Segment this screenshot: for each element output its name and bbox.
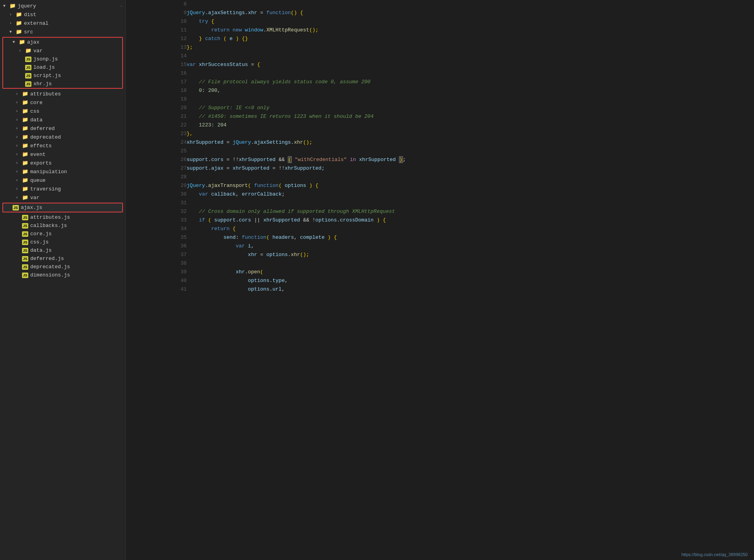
sidebar-item-label: script.js bbox=[33, 73, 61, 79]
line-code: jQuery.ajaxTransport( function( options … bbox=[187, 181, 754, 190]
sidebar-item-attributesjs[interactable]: › JS attributes.js bbox=[0, 213, 125, 221]
sidebar-item-label: effects bbox=[30, 143, 52, 149]
line-code: var callback, errorCallback; bbox=[187, 190, 754, 199]
table-row: 29 jQuery.ajaxTransport( function( optio… bbox=[126, 181, 754, 190]
sidebar-item-datajs[interactable]: › JS data.js bbox=[0, 246, 125, 254]
sidebar-item-core[interactable]: › 📁 core bbox=[0, 98, 125, 107]
line-code bbox=[187, 173, 754, 181]
line-code bbox=[187, 0, 754, 9]
sidebar-item-xhr[interactable]: › JS xhr.js bbox=[3, 80, 122, 88]
sidebar-item-deprecatedjs[interactable]: › JS deprecated.js bbox=[0, 263, 125, 271]
js-icon: JS bbox=[22, 240, 28, 245]
table-row: 16 bbox=[126, 69, 754, 78]
line-number: 12 bbox=[126, 35, 187, 43]
line-number: 8 bbox=[126, 0, 187, 9]
collapse-arrow: › bbox=[16, 161, 22, 165]
collapse-arrow: › bbox=[16, 118, 22, 122]
sidebar-item-cssjs[interactable]: › JS css.js bbox=[0, 238, 125, 246]
url-bar: https://blog.csdn.net/qq_38998250 bbox=[681, 552, 748, 557]
line-code: // Support: IE <=9 only bbox=[187, 104, 754, 112]
sidebar-item-ajaxjs[interactable]: › JS ajax.js bbox=[3, 203, 122, 212]
sidebar-item-jquery[interactable]: ▼ 📁 jquery → bbox=[0, 2, 125, 10]
sidebar-item-label: src bbox=[24, 29, 33, 35]
sidebar-item-label: ajax.js bbox=[21, 205, 42, 210]
line-number: 26 bbox=[126, 156, 187, 164]
sidebar-item-jsonp[interactable]: › JS jsonp.js bbox=[3, 55, 122, 63]
line-code: return { bbox=[187, 225, 754, 233]
sidebar-item-queue[interactable]: › 📁 queue bbox=[0, 176, 125, 185]
sidebar-item-label: external bbox=[24, 20, 48, 26]
table-row: 11 return new window.XMLHttpRequest(); bbox=[126, 26, 754, 35]
line-number: 10 bbox=[126, 17, 187, 26]
js-icon: JS bbox=[25, 65, 31, 70]
sidebar-item-script[interactable]: › JS script.js bbox=[3, 71, 122, 80]
sidebar-item-corejs[interactable]: › JS core.js bbox=[0, 230, 125, 238]
folder-icon: 📁 bbox=[22, 91, 28, 97]
line-code: return new window.XMLHttpRequest(); bbox=[187, 26, 754, 35]
sidebar-item-label: jsonp.js bbox=[33, 56, 58, 62]
sidebar-item-label: manipulation bbox=[30, 169, 67, 175]
table-row: 12 } catch ( e ) {} bbox=[126, 35, 754, 43]
sidebar-item-src[interactable]: ▼ 📁 src bbox=[0, 27, 125, 36]
sidebar-item-event[interactable]: › 📁 event bbox=[0, 150, 125, 159]
sidebar-item-callbacksjs[interactable]: › JS callbacks.js bbox=[0, 221, 125, 230]
line-code bbox=[187, 69, 754, 78]
sidebar-item-dimensionsjs[interactable]: › JS dimensions.js bbox=[0, 271, 125, 279]
folder-icon: 📁 bbox=[22, 134, 28, 140]
folder-icon: 📁 bbox=[22, 160, 28, 166]
sidebar-item-var[interactable]: › 📁 var bbox=[3, 46, 122, 55]
sidebar-item-data[interactable]: › 📁 data bbox=[0, 115, 125, 124]
sidebar-item-label: callbacks.js bbox=[30, 223, 67, 229]
collapse-arrow: › bbox=[16, 135, 22, 139]
js-icon: JS bbox=[25, 57, 31, 62]
table-row: 27 support.ajax = xhrSupported = !!xhrSu… bbox=[126, 164, 754, 173]
sidebar-item-var2[interactable]: › 📁 var bbox=[0, 193, 125, 202]
code-editor[interactable]: 8 9 jQuery.ajaxSettings.xhr = function()… bbox=[126, 0, 754, 560]
line-number: 31 bbox=[126, 199, 187, 207]
table-row: 40 options.type, bbox=[126, 276, 754, 285]
table-row: 26 support.cors = !!xhrSupported && ( "w… bbox=[126, 156, 754, 164]
collapse-arrow: › bbox=[16, 178, 22, 183]
line-number: 22 bbox=[126, 121, 187, 130]
sidebar-item-deprecated[interactable]: › 📁 deprecated bbox=[0, 133, 125, 141]
line-number: 41 bbox=[126, 285, 187, 294]
collapse-arrow: › bbox=[9, 13, 16, 17]
sidebar-item-exports[interactable]: › 📁 exports bbox=[0, 159, 125, 167]
line-code: xhrSupported = jQuery.ajaxSettings.xhr()… bbox=[187, 138, 754, 147]
sidebar-item-attributes[interactable]: › 📁 attributes bbox=[0, 90, 125, 98]
table-row: 35 send: function( headers, complete ) { bbox=[126, 233, 754, 242]
line-number: 27 bbox=[126, 164, 187, 173]
sidebar-item-ajax[interactable]: ▼ 📁 ajax bbox=[3, 38, 122, 46]
collapse-arrow: › bbox=[16, 92, 22, 96]
sidebar-item-traversing[interactable]: › 📁 traversing bbox=[0, 185, 125, 193]
table-row: 15 var xhrSuccessStatus = { bbox=[126, 60, 754, 69]
line-number: 23 bbox=[126, 130, 187, 138]
folder-icon: 📁 bbox=[9, 3, 16, 9]
sidebar-item-label: dist bbox=[24, 12, 36, 18]
line-number: 11 bbox=[126, 26, 187, 35]
line-code: xhr = options.xhr(); bbox=[187, 251, 754, 259]
sidebar-item-label: core.js bbox=[30, 231, 52, 237]
sidebar-item-label: deferred.js bbox=[30, 256, 64, 262]
line-number: 15 bbox=[126, 60, 187, 69]
line-number: 20 bbox=[126, 104, 187, 112]
line-number: 30 bbox=[126, 190, 187, 199]
table-row: 8 bbox=[126, 0, 754, 9]
sidebar-item-external[interactable]: › 📁 external bbox=[0, 19, 125, 27]
collapse-arrow: › bbox=[16, 109, 22, 113]
sidebar-item-deferredjs[interactable]: › JS deferred.js bbox=[0, 254, 125, 263]
folder-icon: 📁 bbox=[16, 11, 22, 18]
sidebar-item-manipulation[interactable]: › 📁 manipulation bbox=[0, 167, 125, 176]
line-code: // File protocol always yields status co… bbox=[187, 78, 754, 86]
table-row: 28 bbox=[126, 173, 754, 181]
line-number: 28 bbox=[126, 173, 187, 181]
table-row: 14 bbox=[126, 52, 754, 60]
sidebar-item-load[interactable]: › JS load.js bbox=[3, 63, 122, 71]
url-text: https://blog.csdn.net/qq_38998250 bbox=[681, 552, 748, 557]
sidebar-item-label: exports bbox=[30, 160, 52, 166]
sidebar-item-deferred[interactable]: › 📁 deferred bbox=[0, 124, 125, 133]
sidebar-item-dist[interactable]: › 📁 dist bbox=[0, 10, 125, 19]
sidebar-item-effects[interactable]: › 📁 effects bbox=[0, 141, 125, 150]
sidebar-item-css[interactable]: › 📁 css bbox=[0, 107, 125, 115]
sidebar: ▼ 📁 jquery → › 📁 dist › 📁 external ▼ 📁 s… bbox=[0, 0, 126, 560]
